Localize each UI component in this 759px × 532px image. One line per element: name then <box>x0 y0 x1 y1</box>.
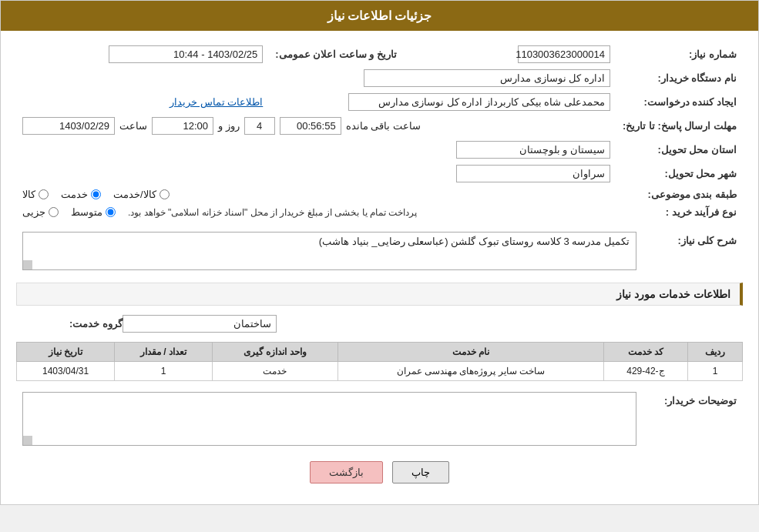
tarikh-aelan-value: 1403/02/25 - 10:44 <box>16 42 269 66</box>
cell-tarikh: 1403/04/31 <box>17 362 115 381</box>
services-section-title: اطلاعات خدمات مورد نیاز <box>16 283 743 306</box>
shomara-niaz-field: 1103003623000014 <box>518 45 610 63</box>
cell-unit: خدمت <box>213 362 338 381</box>
remaining-field: 00:56:55 <box>280 117 341 135</box>
date-field: 1403/02/29 <box>22 117 115 135</box>
sharh-label: شرح کلی نیاز: <box>643 229 743 273</box>
tabaqe-option-khedmat: خدمت <box>61 189 101 200</box>
tabaqe-khedmat-label: خدمت <box>61 189 88 200</box>
name-dastgah-label: نام دستگاه خریدار: <box>616 66 743 90</box>
saat-label: ساعت <box>119 120 147 132</box>
tabaqe-kala-khedmat-label: کالا/خدمت <box>113 189 156 200</box>
cell-name: ساخت سایر پروژه‌های مهندسی عمران <box>338 362 603 381</box>
name-dastgah-field: اداره کل نوسازی مدارس <box>364 69 610 87</box>
ostan-field: سیستان و بلوچستان <box>456 141 610 159</box>
etela-tamas-link[interactable]: اطلاعات تماس خریدار <box>170 96 263 108</box>
mohlat-ersal-label: مهلت ارسال پاسخ: تا تاریخ: <box>616 114 743 138</box>
tabaqe-kala-radio[interactable] <box>39 189 49 199</box>
tozihat-resize-handle[interactable] <box>23 436 32 445</box>
ijad-konande-field: محمدعلی شاه بیکی کاربرداز اداره کل نوساز… <box>348 93 610 111</box>
col-radif: ردیف <box>688 343 743 362</box>
tabaqe-kala-khedmat-radio[interactable] <box>160 189 170 199</box>
tabaqe-khedmat-radio[interactable] <box>91 189 101 199</box>
name-dastgah-value: اداره کل نوسازی مدارس <box>16 66 616 90</box>
noe-farayand-label: نوع فرآیند خرید : <box>616 203 743 221</box>
col-code: کد خدمت <box>603 343 687 362</box>
sharh-section: شرح کلی نیاز: تکمیل مدرسه 3 کلاسه روستای… <box>16 229 743 273</box>
sharh-value: تکمیل مدرسه 3 کلاسه روستای تبوک گلشن (عب… <box>319 236 630 247</box>
roz-label: روز و <box>218 120 240 132</box>
info-table: شماره نیاز: 1103003623000014 تاریخ و ساع… <box>16 42 743 221</box>
page-header: جزئیات اطلاعات نیاز <box>1 1 758 31</box>
tarikh-aelan-field: 1403/02/25 - 10:44 <box>109 45 263 63</box>
tarikh-aelan-label: تاریخ و ساعت اعلان عمومی: <box>269 42 403 66</box>
noe-radio-group: جزیی متوسط <box>22 206 116 218</box>
services-table: ردیف کد خدمت نام خدمت واحد اندازه گیری ت… <box>16 342 743 381</box>
remaining-label: ساعت باقی مانده <box>346 120 421 132</box>
tabaqe-label: طبقه بندی موضوعی: <box>616 186 743 203</box>
group-label: گروه خدمت: <box>22 318 123 330</box>
ostan-label: استان محل تحویل: <box>616 138 743 162</box>
roz-field: 4 <box>244 117 275 135</box>
noe-option-jozii: جزیی <box>22 206 59 218</box>
tabaqe-option-kala-khedmat: کالا/خدمت <box>113 189 170 200</box>
group-field: ساختمان <box>123 315 277 333</box>
tozihat-label: توضیحات خریدار: <box>643 389 743 449</box>
shomara-niaz-value: 1103003623000014 <box>403 42 616 66</box>
sharh-table: شرح کلی نیاز: تکمیل مدرسه 3 کلاسه روستای… <box>16 229 743 273</box>
cell-radif: 1 <box>688 362 743 381</box>
saat-field: 12:00 <box>152 117 213 135</box>
shahr-label: شهر محل تحویل: <box>616 162 743 186</box>
back-button[interactable]: بازگشت <box>310 461 383 483</box>
cell-code: ج-42-429 <box>603 362 687 381</box>
cell-tedad: 1 <box>115 362 213 381</box>
button-row: چاپ بازگشت <box>16 461 743 483</box>
col-name: نام خدمت <box>338 343 603 362</box>
shahr-field: سراوان <box>456 165 610 182</box>
noe-jozii-label: جزیی <box>22 206 45 218</box>
tabaqe-option-kala: کالا <box>22 189 49 200</box>
ijad-konande-label: ایجاد کننده درخواست: <box>616 90 743 114</box>
col-unit: واحد اندازه گیری <box>213 343 338 362</box>
tabaqe-radio-group: کالا خدمت کالا/خدمت <box>22 189 610 200</box>
col-tedad: تعداد / مقدار <box>115 343 213 362</box>
shomara-niaz-label: شماره نیاز: <box>616 42 743 66</box>
sharh-field: تکمیل مدرسه 3 کلاسه روستای تبوک گلشن (عب… <box>22 232 636 270</box>
noe-option-motovaset: متوسط <box>71 206 116 218</box>
print-button[interactable]: چاپ <box>392 461 449 483</box>
noe-jozii-radio[interactable] <box>49 207 59 217</box>
noe-note: پرداخت تمام یا بخشی از مبلغ خریدار از مح… <box>128 207 417 218</box>
shrh-resize-handle[interactable] <box>23 260 32 269</box>
tozihat-table: توضیحات خریدار: <box>16 389 743 449</box>
tozihat-field <box>22 392 636 446</box>
noe-motovaset-label: متوسط <box>71 206 102 218</box>
group-row: گروه خدمت: ساختمان <box>16 312 743 336</box>
noe-motovaset-radio[interactable] <box>106 207 116 217</box>
table-row: 1ج-42-429ساخت سایر پروژه‌های مهندسی عمرا… <box>17 362 743 381</box>
ijad-konande-value: محمدعلی شاه بیکی کاربرداز اداره کل نوساز… <box>269 90 616 114</box>
tabaqe-kala-label: کالا <box>22 189 35 200</box>
col-tarikh: تاریخ نیاز <box>17 343 115 362</box>
